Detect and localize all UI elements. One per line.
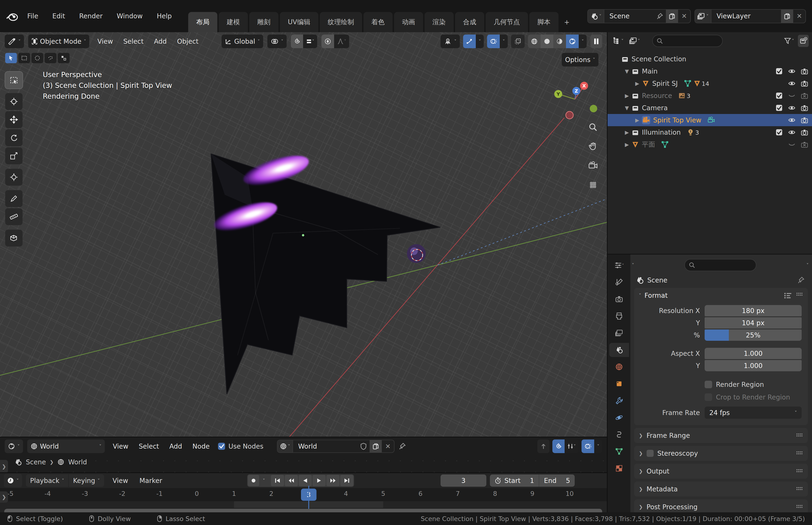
shader-type-selector[interactable]: World ˅ (27, 439, 105, 453)
field-resolution-x[interactable]: 180 px (705, 305, 802, 316)
node-overlay-toggle[interactable] (582, 439, 594, 453)
select-mode-lasso[interactable] (45, 53, 56, 63)
outliner-item-label[interactable]: Spirit Top View (653, 116, 701, 124)
close-icon[interactable]: ✕ (793, 10, 806, 23)
auto-key-button[interactable] (248, 475, 259, 486)
copy-icon[interactable] (666, 10, 678, 23)
playback-menu[interactable]: Playback˅ (26, 474, 68, 487)
field--[interactable]: 25% (705, 329, 802, 341)
eye-icon[interactable] (788, 104, 796, 111)
shader-editor-type-button[interactable]: ˅ (5, 439, 23, 453)
render-disabled-icon[interactable] (801, 92, 808, 100)
drag-grip-icon[interactable] (796, 433, 803, 438)
outliner-row-scene-collection[interactable]: Scene Collection (608, 53, 812, 65)
viewport-menu-object[interactable]: Object (177, 38, 198, 45)
eye-icon[interactable] (788, 68, 796, 75)
pin-icon[interactable] (399, 442, 406, 450)
viewlayer-icon[interactable]: ˅ (695, 10, 711, 23)
drag-grip-icon[interactable] (796, 450, 803, 456)
select-mode-box[interactable] (18, 53, 30, 63)
drag-grip-icon[interactable] (796, 468, 803, 474)
scene-icon[interactable]: ˅ (588, 10, 604, 23)
viewlayer-name[interactable]: ViewLayer (711, 12, 781, 20)
field-y[interactable]: 1.000 (705, 360, 802, 371)
workspace-tab-布局[interactable]: 布局 (188, 12, 217, 32)
field-aspect-x[interactable]: 1.000 (705, 348, 802, 359)
pin-icon[interactable] (797, 276, 805, 284)
pin-icon[interactable] (654, 10, 666, 23)
world-datablock[interactable]: ˅ World ✕ (277, 440, 395, 453)
visibility-button[interactable]: ˅ (441, 34, 460, 48)
options-button[interactable]: Options˅ (562, 53, 598, 66)
eye-icon[interactable] (788, 116, 796, 124)
next-keyframe-button[interactable] (326, 475, 339, 486)
expander-icon[interactable]: ▶ (622, 130, 631, 135)
aircraft-model[interactable] (104, 71, 454, 411)
unlink-icon[interactable]: ✕ (382, 440, 394, 452)
properties-tab-scene[interactable] (609, 343, 629, 357)
eye-closed-icon[interactable] (788, 92, 796, 100)
timeline-marker-menu[interactable]: Marker (138, 476, 163, 486)
workspace-tab-几何节点[interactable]: 几何节点 (486, 12, 528, 32)
field-y[interactable]: 104 px (705, 317, 802, 329)
viewport-menu-view[interactable]: View (97, 38, 113, 45)
menu-render[interactable]: Render (78, 11, 104, 21)
viewport-menu-add[interactable]: Add (154, 38, 167, 45)
tool-measure[interactable] (5, 208, 22, 225)
gizmos-settings[interactable]: ˅ (476, 34, 484, 48)
drag-grip-icon[interactable] (796, 486, 803, 492)
outliner-row-illumination[interactable]: ▶Illumination3 (608, 126, 812, 138)
properties-breadcrumb[interactable]: Scene (647, 276, 667, 284)
panel-output[interactable]: ❯Output (634, 464, 808, 479)
shader-menu-add[interactable]: Add (169, 442, 182, 450)
shader-menu-view[interactable]: View (113, 442, 128, 450)
eye-closed-icon[interactable] (788, 141, 796, 148)
tool-annotate[interactable] (5, 190, 22, 207)
outliner-item-label[interactable]: Camera (642, 104, 668, 112)
properties-tab-output[interactable] (609, 309, 629, 323)
properties-tab-constraints[interactable] (609, 427, 629, 441)
outliner-item-label[interactable]: Main (642, 68, 658, 75)
properties-collapse-icon[interactable]: ˅ (632, 262, 634, 268)
checkbox-crop-to-render-region[interactable]: Crop to Render Region (705, 391, 802, 404)
falloff-selector[interactable]: ˅ (334, 34, 349, 48)
checkbox-icon[interactable] (775, 104, 783, 111)
gizmo-x-neg[interactable] (566, 111, 573, 119)
pivot-point-button[interactable]: ˅ (267, 34, 287, 48)
select-mode-tweak[interactable] (5, 53, 17, 63)
region-expand-arrow[interactable]: ❯ (0, 460, 8, 473)
drag-grip-icon[interactable] (796, 504, 803, 510)
zoom-icon[interactable] (586, 121, 600, 134)
panel-stereoscopy[interactable]: ❯Stereoscopy (634, 446, 808, 461)
timeline-ruler[interactable]: -5-4-3-2-1012345678910 (0, 488, 607, 501)
tool-transform[interactable] (5, 169, 22, 186)
properties-tab-object[interactable] (609, 377, 629, 391)
outliner-filter-button[interactable]: ˅ (782, 35, 796, 47)
checkbox-icon[interactable] (775, 92, 783, 100)
snap-toggle[interactable] (291, 34, 303, 48)
render-visibility-icon[interactable] (801, 129, 808, 136)
start-frame-field[interactable]: Start1 (490, 475, 539, 487)
properties-options-icon[interactable]: ˅ (806, 262, 809, 268)
new-collection-button[interactable] (798, 35, 809, 47)
outliner-item-label[interactable]: 平面 (642, 140, 655, 149)
viewport-3d[interactable]: User Perspective(3) Scene Collection | S… (0, 32, 607, 437)
previous-keyframe-button[interactable] (285, 475, 298, 486)
timeline-view-menu[interactable]: View (112, 476, 129, 486)
render-visibility-icon[interactable] (801, 68, 808, 75)
viewlayer-selector[interactable]: ˅ ViewLayer ✕ (694, 9, 806, 23)
current-frame-field[interactable]: 3 (441, 475, 486, 487)
region-expand-arrow[interactable]: ❯ (0, 491, 8, 503)
workspace-tab-雕刻[interactable]: 雕刻 (249, 12, 278, 32)
properties-tab-view-layer[interactable] (609, 326, 629, 340)
format-panel-header[interactable]: ˅ Format (634, 288, 808, 303)
scene-name[interactable]: Scene (604, 12, 654, 20)
outliner-filter-type[interactable]: ˅ (627, 35, 641, 47)
properties-tab-render[interactable] (609, 292, 629, 306)
eye-icon[interactable] (788, 129, 796, 136)
workspace-tab-合成[interactable]: 合成 (455, 12, 484, 32)
menu-help[interactable]: Help (156, 11, 173, 21)
navigation-gizmo[interactable]: Y Z X (548, 70, 604, 124)
properties-tab-modifiers[interactable] (609, 394, 629, 408)
parent-node-tree-button[interactable] (537, 439, 550, 453)
